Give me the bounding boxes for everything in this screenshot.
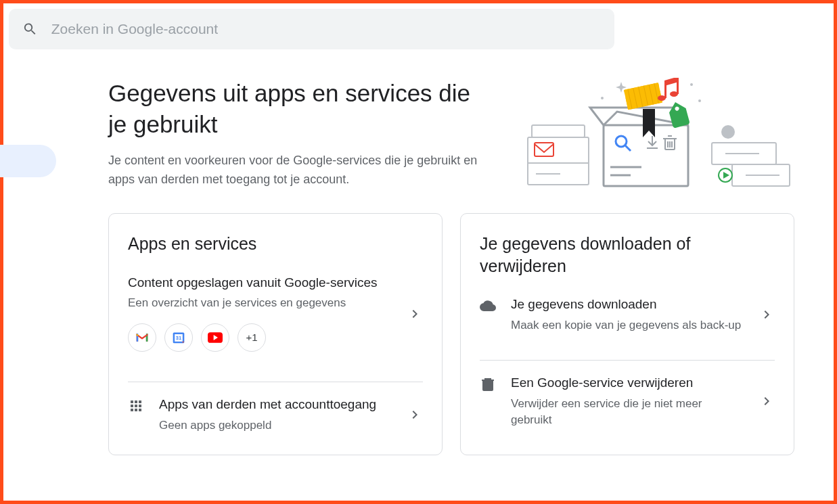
svg-point-11 bbox=[721, 125, 735, 139]
chevron-right-icon bbox=[407, 407, 423, 423]
youtube-icon bbox=[208, 332, 223, 343]
chevron-right-icon bbox=[407, 306, 423, 322]
card-download-delete: Je gegevens downloaden of verwijderen Je… bbox=[460, 213, 794, 455]
chip-more-label: +1 bbox=[246, 331, 257, 343]
card-apps-services: Apps en services Content opgeslagen vanu… bbox=[108, 213, 443, 455]
card-data-title: Je gegevens downloaden of verwijderen bbox=[480, 233, 775, 277]
cards-row: Apps en services Content opgeslagen vanu… bbox=[108, 213, 794, 455]
svg-point-40 bbox=[690, 83, 693, 86]
sidebar-active-pill bbox=[0, 145, 56, 177]
chip-gmail[interactable] bbox=[128, 323, 156, 352]
apps-grid-icon bbox=[128, 398, 144, 414]
chip-calendar[interactable]: 31 bbox=[164, 323, 193, 352]
calendar-icon: 31 bbox=[172, 331, 185, 344]
row-third-party-title: Apps van derden met accounttoegang bbox=[159, 396, 392, 413]
svg-marker-45 bbox=[137, 334, 148, 339]
row-delete-subtitle: Verwijder een service die je niet meer g… bbox=[511, 396, 744, 428]
row-third-party[interactable]: Apps van derden met accounttoegang Geen … bbox=[128, 382, 423, 448]
chevron-right-icon bbox=[759, 393, 775, 409]
trash-icon bbox=[480, 376, 496, 392]
svg-marker-10 bbox=[723, 172, 729, 179]
gmail-icon bbox=[135, 332, 149, 343]
search-input[interactable] bbox=[51, 21, 601, 37]
page-subtitle: Je content en voorkeuren voor de Google-… bbox=[108, 152, 487, 189]
header-text: Gegevens uit apps en services die je geb… bbox=[108, 78, 487, 189]
row-google-content[interactable]: Content opgeslagen vanuit Google-service… bbox=[128, 274, 423, 368]
svg-text:31: 31 bbox=[176, 335, 181, 341]
page: Gegevens uit apps en services die je geb… bbox=[3, 3, 834, 501]
svg-rect-1 bbox=[532, 125, 585, 137]
chip-more[interactable]: +1 bbox=[237, 323, 266, 352]
svg-point-41 bbox=[698, 99, 701, 102]
svg-point-42 bbox=[601, 97, 604, 99]
row-download-subtitle: Maak een kopie van je gegevens als back-… bbox=[511, 317, 744, 334]
row-download-title: Je gegevens downloaden bbox=[511, 296, 744, 313]
row-download-data[interactable]: Je gegevens downloaden Maak een kopie va… bbox=[480, 296, 775, 346]
row-google-content-subtitle: Een overzicht van je services en gegeven… bbox=[128, 295, 392, 311]
svg-marker-36 bbox=[664, 78, 679, 86]
svg-rect-4 bbox=[535, 143, 553, 156]
search-bar[interactable] bbox=[9, 9, 614, 49]
row-delete-service[interactable]: Een Google-service verwijderen Verwijder… bbox=[480, 360, 775, 442]
row-delete-title: Een Google-service verwijderen bbox=[511, 374, 744, 392]
row-google-content-title: Content opgeslagen vanuit Google-service… bbox=[128, 274, 392, 292]
chip-youtube[interactable] bbox=[201, 323, 229, 352]
chevron-right-icon bbox=[759, 306, 775, 323]
svg-rect-0 bbox=[528, 137, 589, 185]
cloud-download-icon bbox=[480, 298, 496, 314]
hero-illustration bbox=[522, 78, 793, 193]
header: Gegevens uit apps en services die je geb… bbox=[108, 78, 793, 193]
card-apps-title: Apps en services bbox=[128, 233, 423, 255]
page-title: Gegevens uit apps en services die je geb… bbox=[108, 78, 487, 139]
row-third-party-subtitle: Geen apps gekoppeld bbox=[159, 417, 392, 434]
svg-rect-54 bbox=[483, 380, 493, 390]
search-icon bbox=[22, 21, 38, 37]
svg-rect-12 bbox=[604, 125, 688, 186]
service-chips: 31 +1 bbox=[128, 323, 392, 352]
